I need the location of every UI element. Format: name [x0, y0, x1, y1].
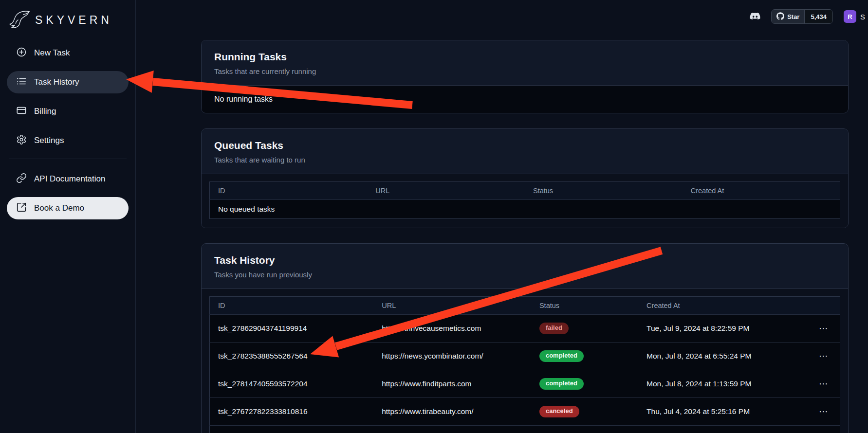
- ellipsis-icon: ⋯: [819, 379, 829, 389]
- running-tasks-card: Running Tasks Tasks that are currently r…: [201, 40, 849, 113]
- task-created-at: Tue, Jul 9, 2024 at 8:22:59 PM: [638, 315, 790, 343]
- task-id: tsk_274180139292204058: [210, 425, 374, 433]
- task-id: tsk_278147405593572204: [210, 370, 374, 397]
- sidebar-item-label: Book a Demo: [34, 203, 84, 213]
- queued-tasks-subtitle: Tasks that are waiting to run: [214, 156, 835, 164]
- row-actions-button[interactable]: ⋯: [790, 425, 840, 433]
- column-header-id: ID: [210, 297, 374, 315]
- link-icon: [16, 173, 27, 186]
- app-name: SKYVERN: [35, 14, 112, 27]
- user-name-partial: S: [860, 13, 865, 21]
- task-created-at: Thu, Jun 27, 2024 at 8:38:58 PM: [638, 425, 790, 433]
- sidebar-item-label: API Documentation: [34, 174, 105, 184]
- running-tasks-subtitle: Tasks that are currently running: [214, 67, 835, 75]
- task-history-header: Task History Tasks you have run previous…: [202, 244, 848, 289]
- running-tasks-empty: No running tasks: [202, 85, 848, 113]
- discord-icon[interactable]: [748, 11, 762, 22]
- running-tasks-title: Running Tasks: [214, 51, 835, 63]
- task-url: https://www.finditparts.com: [373, 370, 531, 397]
- task-url: https://thrivecausemetics.com: [373, 315, 531, 343]
- task-row[interactable]: tsk_278147405593572204 https://www.findi…: [210, 370, 840, 397]
- column-header-actions: [790, 297, 840, 315]
- task-history-subtitle: Tasks you have run previously: [214, 271, 835, 279]
- sidebar-item-book-a-demo[interactable]: Book a Demo: [7, 197, 129, 219]
- queued-tasks-card: Queued Tasks Tasks that are waiting to r…: [201, 128, 849, 228]
- ellipsis-icon: ⋯: [819, 406, 829, 416]
- row-actions-button[interactable]: ⋯: [790, 370, 840, 397]
- task-url: https://news.ycombinator.com/: [373, 342, 531, 370]
- task-history-card: Task History Tasks you have run previous…: [201, 243, 849, 433]
- credit-card-icon: [16, 105, 27, 118]
- topbar: Star 5,434 R S: [136, 0, 868, 33]
- main-content: Running Tasks Tasks that are currently r…: [201, 40, 849, 433]
- task-row[interactable]: tsk_278629043741199914 https://thrivecau…: [210, 315, 840, 343]
- github-star-count: 5,434: [804, 10, 832, 23]
- sidebar-divider: [9, 159, 127, 159]
- column-header-status: Status: [525, 182, 683, 200]
- task-url: https://www.tirabeauty.com/: [373, 397, 531, 425]
- task-history-table: ID URL Status Created At tsk_27862904374…: [209, 296, 840, 433]
- sidebar: SKYVERN New Task Task History: [0, 0, 136, 433]
- column-header-url: URL: [373, 297, 531, 315]
- github-icon: [776, 12, 784, 21]
- task-id: tsk_278235388555267564: [210, 342, 374, 370]
- task-id: tsk_278629043741199914: [210, 315, 374, 343]
- status-badge: failed: [539, 323, 569, 334]
- status-badge: completed: [539, 350, 584, 362]
- task-url: https://www.geico.com: [373, 425, 531, 433]
- sidebar-item-label: Billing: [34, 107, 56, 116]
- row-actions-button[interactable]: ⋯: [790, 397, 840, 425]
- running-tasks-header: Running Tasks Tasks that are currently r…: [202, 40, 848, 85]
- queued-tasks-empty: No queued tasks: [210, 200, 840, 219]
- queued-tasks-title: Queued Tasks: [214, 140, 835, 151]
- queued-tasks-header-row: ID URL Status Created At: [210, 182, 840, 200]
- ellipsis-icon: ⋯: [819, 323, 829, 333]
- task-created-at: Mon, Jul 8, 2024 at 1:13:59 PM: [638, 370, 790, 397]
- task-row[interactable]: tsk_278235388555267564 https://news.ycom…: [210, 342, 840, 370]
- task-history-header-row: ID URL Status Created At: [210, 297, 840, 315]
- ellipsis-icon: ⋯: [819, 351, 829, 361]
- queued-tasks-table: ID URL Status Created At No queued tasks: [209, 181, 840, 219]
- sidebar-item-settings[interactable]: Settings: [7, 129, 129, 152]
- sidebar-nav: New Task Task History Billing: [7, 42, 129, 152]
- gear-icon: [16, 134, 27, 147]
- status-badge: completed: [539, 378, 584, 390]
- column-header-url: URL: [367, 182, 525, 200]
- task-id: tsk_276727822333810816: [210, 397, 374, 425]
- plus-circle-icon: [16, 47, 27, 60]
- task-history-content: ID URL Status Created At tsk_27862904374…: [202, 289, 848, 433]
- task-row[interactable]: tsk_276727822333810816 https://www.tirab…: [210, 397, 840, 425]
- column-header-created-at: Created At: [638, 297, 790, 315]
- task-created-at: Thu, Jul 4, 2024 at 5:25:16 PM: [638, 397, 790, 425]
- list-icon: [16, 76, 27, 89]
- sidebar-item-label: Settings: [34, 136, 64, 145]
- task-created-at: Mon, Jul 8, 2024 at 6:55:24 PM: [638, 342, 790, 370]
- task-history-title: Task History: [214, 254, 835, 266]
- sidebar-item-label: Task History: [34, 77, 79, 87]
- sidebar-item-api-documentation[interactable]: API Documentation: [7, 168, 129, 190]
- queued-tasks-content: ID URL Status Created At No queued tasks: [202, 174, 848, 228]
- skyvern-logo[interactable]: SKYVERN: [7, 8, 129, 42]
- column-header-status: Status: [531, 297, 638, 315]
- status-badge: canceled: [539, 406, 579, 417]
- queued-tasks-header: Queued Tasks Tasks that are waiting to r…: [202, 129, 848, 174]
- github-star-button[interactable]: Star 5,434: [771, 9, 833, 24]
- sidebar-item-label: New Task: [34, 48, 70, 58]
- column-header-created-at: Created At: [683, 182, 840, 200]
- sidebar-item-billing[interactable]: Billing: [7, 100, 129, 123]
- user-avatar[interactable]: R: [844, 10, 856, 23]
- queued-tasks-empty-row: No queued tasks: [210, 200, 840, 219]
- skyvern-logo-icon: [9, 9, 31, 31]
- github-star-label: Star: [787, 13, 799, 20]
- sidebar-item-new-task[interactable]: New Task: [7, 42, 129, 64]
- external-link-icon: [16, 202, 27, 215]
- column-header-id: ID: [210, 182, 368, 200]
- row-actions-button[interactable]: ⋯: [790, 342, 840, 370]
- row-actions-button[interactable]: ⋯: [790, 315, 840, 343]
- sidebar-item-task-history[interactable]: Task History: [7, 71, 129, 93]
- task-row[interactable]: tsk_274180139292204058 https://www.geico…: [210, 425, 840, 433]
